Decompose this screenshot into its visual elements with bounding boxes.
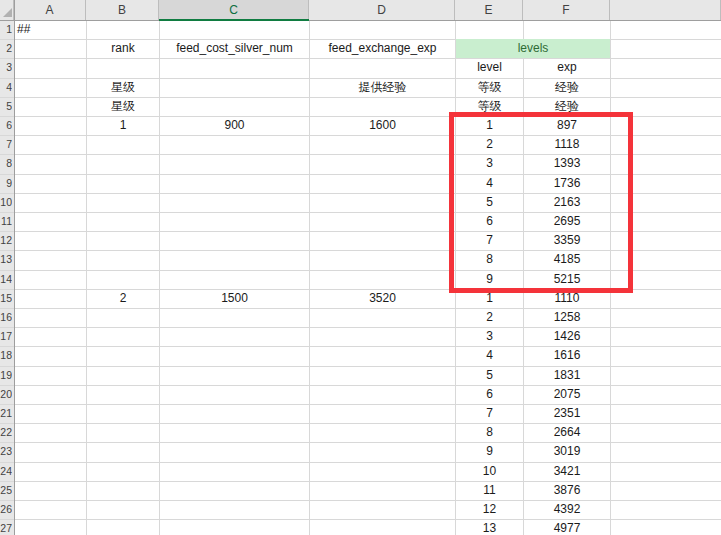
gridline-h	[0, 481, 721, 482]
cell-F19[interactable]: 1831	[524, 366, 610, 385]
row-header-1[interactable]: 1	[0, 20, 12, 39]
cell-F22[interactable]: 2664	[524, 423, 610, 442]
column-header-A[interactable]: A	[14, 0, 86, 20]
row-header-12[interactable]: 12	[0, 231, 12, 250]
cell-E27[interactable]: 13	[456, 519, 523, 535]
cell-F23[interactable]: 3019	[524, 442, 610, 461]
row-header-8[interactable]: 8	[0, 154, 12, 173]
column-header-D[interactable]: D	[309, 0, 455, 20]
row-header-7[interactable]: 7	[0, 135, 12, 154]
gridline-h	[0, 404, 721, 405]
row-header-2[interactable]: 2	[0, 39, 12, 58]
cell-B4[interactable]: 星级	[87, 78, 159, 97]
row-header-26[interactable]: 26	[0, 500, 12, 519]
cell-B5[interactable]: 星级	[87, 97, 159, 116]
cell-C15[interactable]: 1500	[160, 289, 309, 308]
cell-E25[interactable]: 11	[456, 481, 523, 500]
cell-E20[interactable]: 6	[456, 385, 523, 404]
cell-E4[interactable]: 等级	[456, 78, 523, 97]
gridline-h	[0, 385, 721, 386]
active-column-underline	[159, 19, 309, 22]
cell-C6[interactable]: 900	[160, 116, 309, 135]
row-header-10[interactable]: 10	[0, 193, 12, 212]
cell-F3[interactable]: exp	[524, 58, 610, 77]
cell-F4[interactable]: 经验	[524, 78, 610, 97]
gridline-h	[0, 58, 721, 59]
row-header-24[interactable]: 24	[0, 462, 12, 481]
cell-E17[interactable]: 3	[456, 327, 523, 346]
row-header-18[interactable]: 18	[0, 346, 12, 365]
cell-D15[interactable]: 3520	[310, 289, 455, 308]
cell-E2-F2-merged[interactable]: levels	[456, 39, 610, 58]
row-header-23[interactable]: 23	[0, 442, 12, 461]
cell-F21[interactable]: 2351	[524, 404, 610, 423]
gridline-v	[309, 20, 310, 535]
cell-F17[interactable]: 1426	[524, 327, 610, 346]
row-header-15[interactable]: 15	[0, 289, 12, 308]
cell-F24[interactable]: 3421	[524, 462, 610, 481]
cell-F16[interactable]: 1258	[524, 308, 610, 327]
row-header-13[interactable]: 13	[0, 250, 12, 269]
row-header-3[interactable]: 3	[0, 58, 12, 77]
row-header-9[interactable]: 9	[0, 174, 12, 193]
gridline-h	[0, 327, 721, 328]
row-header-19[interactable]: 19	[0, 366, 12, 385]
gridline-h	[0, 462, 721, 463]
gridline-h	[0, 346, 721, 347]
cell-E19[interactable]: 5	[456, 366, 523, 385]
cell-D2[interactable]: feed_exchange_exp	[310, 39, 455, 58]
gridline-h	[0, 500, 721, 501]
cell-F20[interactable]: 2075	[524, 385, 610, 404]
cell-E22[interactable]: 8	[456, 423, 523, 442]
gridline-h	[0, 423, 721, 424]
cell-B2[interactable]: rank	[87, 39, 159, 58]
gridline-v	[159, 20, 160, 535]
cell-E16[interactable]: 2	[456, 308, 523, 327]
row-header-border	[14, 0, 15, 535]
row-header-14[interactable]: 14	[0, 270, 12, 289]
row-header-20[interactable]: 20	[0, 385, 12, 404]
row-header-27[interactable]: 27	[0, 519, 12, 535]
row-header-21[interactable]: 21	[0, 404, 12, 423]
highlight-rectangle	[449, 112, 633, 293]
cell-F25[interactable]: 3876	[524, 481, 610, 500]
cell-F27[interactable]: 4977	[524, 519, 610, 535]
row-header-11[interactable]: 11	[0, 212, 12, 231]
gridline-h	[0, 366, 721, 367]
cell-E3[interactable]: level	[456, 58, 523, 77]
gridline-h	[0, 519, 721, 520]
row-header-4[interactable]: 4	[0, 78, 12, 97]
spreadsheet-app: ABCDEF 123456789101112131415161718192021…	[0, 0, 721, 535]
row-header-6[interactable]: 6	[0, 116, 12, 135]
cell-E18[interactable]: 4	[456, 346, 523, 365]
column-header-F[interactable]: F	[523, 0, 610, 20]
row-header-22[interactable]: 22	[0, 423, 12, 442]
gridline-h	[0, 308, 721, 309]
cell-E26[interactable]: 12	[456, 500, 523, 519]
cell-D4[interactable]: 提供经验	[310, 78, 455, 97]
gridline-h	[0, 442, 721, 443]
cell-F18[interactable]: 1616	[524, 346, 610, 365]
row-header-25[interactable]: 25	[0, 481, 12, 500]
row-header-16[interactable]: 16	[0, 308, 12, 327]
header-bottom-border	[0, 20, 721, 21]
select-all-icon	[3, 8, 12, 17]
cell-D6[interactable]: 1600	[310, 116, 455, 135]
cell-A1[interactable]: ##	[15, 20, 86, 39]
cell-F26[interactable]: 4392	[524, 500, 610, 519]
column-header-C[interactable]: C	[159, 0, 309, 20]
column-header-B[interactable]: B	[86, 0, 159, 20]
cell-E24[interactable]: 10	[456, 462, 523, 481]
row-header-5[interactable]: 5	[0, 97, 12, 116]
column-header-g[interactable]	[610, 0, 721, 20]
cell-E21[interactable]: 7	[456, 404, 523, 423]
row-header-17[interactable]: 17	[0, 327, 12, 346]
cell-E23[interactable]: 9	[456, 442, 523, 461]
column-header-E[interactable]: E	[455, 0, 523, 20]
select-all-corner[interactable]	[0, 0, 14, 20]
cell-C2[interactable]: feed_cost_silver_num	[160, 39, 309, 58]
cell-B15[interactable]: 2	[87, 289, 159, 308]
cell-B6[interactable]: 1	[87, 116, 159, 135]
